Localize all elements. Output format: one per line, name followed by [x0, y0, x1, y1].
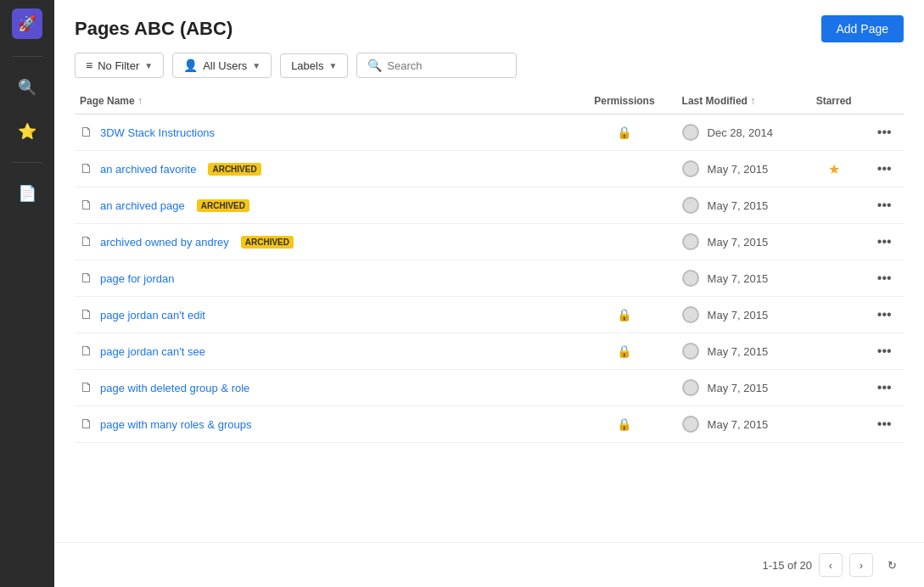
- permissions-cell: 🔒: [572, 115, 676, 151]
- filter-icon: ≡: [86, 59, 92, 72]
- user-circle-icon: 👤: [183, 59, 198, 72]
- table-row: 🗋 page jordan can't edit 🔒 May 7, 2015 •…: [75, 297, 904, 333]
- avatar: [682, 379, 699, 396]
- users-filter-label: All Users: [203, 59, 247, 72]
- sidebar-item-starred[interactable]: ⭐: [14, 118, 41, 145]
- lock-icon: 🔒: [577, 417, 671, 431]
- starred-cell: [799, 115, 869, 151]
- starred-cell: [799, 187, 869, 224]
- pagination-refresh-button[interactable]: ↻: [880, 553, 904, 577]
- search-input[interactable]: [387, 59, 506, 72]
- row-actions-button[interactable]: •••: [874, 415, 895, 433]
- page-link[interactable]: page with many roles & groups: [100, 418, 251, 431]
- row-actions-button[interactable]: •••: [874, 123, 895, 142]
- actions-cell: •••: [869, 333, 904, 370]
- page-link[interactable]: page for jordan: [100, 272, 174, 285]
- page-doc-icon: 🗋: [80, 271, 93, 286]
- table-row: 🗋 page with deleted group & role May 7, …: [75, 370, 904, 406]
- modified-cell: Dec 28, 2014: [677, 115, 799, 151]
- toolbar: ≡ No Filter ▼ 👤 All Users ▼ Labels ▼ 🔍: [54, 53, 924, 88]
- page-header: Pages ABC (ABC) Add Page: [54, 0, 924, 53]
- pagination-prev-button[interactable]: ‹: [819, 553, 843, 577]
- starred-cell: [799, 224, 869, 260]
- modified-cell: May 7, 2015: [677, 406, 799, 443]
- modified-cell: May 7, 2015: [677, 187, 799, 224]
- permissions-cell: [572, 187, 676, 224]
- page-link[interactable]: archived owned by andrey: [100, 236, 229, 249]
- sidebar-item-search[interactable]: 🔍: [14, 74, 41, 101]
- modified-date: May 7, 2015: [708, 163, 769, 176]
- modified-cell: May 7, 2015: [677, 260, 799, 297]
- page-doc-icon: 🗋: [80, 125, 93, 140]
- users-filter-button[interactable]: 👤 All Users ▼: [172, 53, 272, 78]
- avatar: [682, 233, 699, 250]
- modified-cell: May 7, 2015: [677, 370, 799, 406]
- pagination-next-button[interactable]: ›: [849, 553, 873, 577]
- table-row: 🗋 an archived page ARCHIVED May 7, 2015 …: [75, 187, 904, 224]
- page-doc-icon: 🗋: [80, 161, 93, 176]
- row-actions-button[interactable]: •••: [874, 269, 895, 288]
- modified-date: May 7, 2015: [708, 236, 769, 249]
- page-doc-icon: 🗋: [80, 416, 93, 432]
- row-actions-button[interactable]: •••: [874, 305, 895, 324]
- app-logo[interactable]: 🚀: [12, 8, 42, 39]
- modified-date: May 7, 2015: [708, 382, 769, 394]
- row-actions-button[interactable]: •••: [874, 342, 895, 361]
- page-link[interactable]: page jordan can't see: [100, 345, 205, 358]
- table-row: 🗋 page with many roles & groups 🔒 May 7,…: [75, 406, 904, 443]
- modified-cell: May 7, 2015: [677, 224, 799, 260]
- starred-cell: [799, 370, 869, 406]
- labels-filter-label: Labels: [291, 59, 323, 72]
- modified-cell: May 7, 2015: [677, 333, 799, 370]
- users-chevron-icon: ▼: [252, 61, 260, 70]
- row-actions-button[interactable]: •••: [874, 196, 895, 215]
- modified-date: May 7, 2015: [708, 345, 769, 358]
- archived-badge: ARCHIVED: [241, 236, 294, 249]
- page-doc-icon: 🗋: [80, 198, 93, 213]
- row-actions-button[interactable]: •••: [874, 378, 895, 397]
- starred-cell: [799, 406, 869, 443]
- col-permissions: Permissions: [572, 88, 676, 115]
- modified-date: May 7, 2015: [708, 199, 769, 212]
- logo-icon: 🚀: [18, 14, 36, 33]
- modified-date: Dec 28, 2014: [708, 126, 773, 139]
- sidebar: 🚀 🔍 ⭐ 📄: [0, 0, 54, 587]
- permissions-cell: [572, 224, 676, 260]
- permissions-cell: 🔒: [572, 297, 676, 333]
- permissions-cell: [572, 260, 676, 297]
- starred-cell: [799, 297, 869, 333]
- sidebar-divider-2: [12, 162, 42, 163]
- page-link[interactable]: page with deleted group & role: [100, 382, 249, 394]
- add-page-button[interactable]: Add Page: [821, 15, 904, 42]
- avatar: [682, 270, 699, 287]
- labels-filter-button[interactable]: Labels ▼: [280, 53, 348, 78]
- filter-chevron-icon: ▼: [144, 61, 153, 70]
- archived-badge: ARCHIVED: [208, 163, 260, 176]
- row-actions-button[interactable]: •••: [874, 159, 895, 178]
- actions-cell: •••: [869, 370, 904, 406]
- main-content: Pages ABC (ABC) Add Page ≡ No Filter ▼ 👤…: [54, 0, 924, 587]
- archived-badge: ARCHIVED: [197, 199, 249, 212]
- col-page-name: Page Name ↑: [75, 88, 572, 115]
- page-title: Pages ABC (ABC): [75, 18, 232, 40]
- sidebar-item-pages[interactable]: 📄: [14, 180, 41, 207]
- permissions-cell: [572, 151, 676, 187]
- avatar: [682, 306, 699, 323]
- sidebar-divider: [12, 56, 42, 57]
- starred-icon[interactable]: ★: [828, 162, 840, 176]
- page-doc-icon: 🗋: [80, 344, 93, 359]
- filter-button[interactable]: ≡ No Filter ▼: [75, 53, 164, 78]
- page-link[interactable]: 3DW Stack Instructions: [100, 126, 215, 139]
- page-link[interactable]: page jordan can't edit: [100, 309, 205, 321]
- avatar: [682, 416, 699, 433]
- page-link[interactable]: an archived favorite: [100, 163, 196, 176]
- page-doc-icon: 🗋: [80, 380, 93, 395]
- row-actions-button[interactable]: •••: [874, 232, 895, 251]
- actions-cell: •••: [869, 151, 904, 187]
- avatar: [682, 343, 699, 360]
- actions-cell: •••: [869, 297, 904, 333]
- actions-cell: •••: [869, 115, 904, 151]
- lock-icon: 🔒: [577, 126, 671, 139]
- actions-cell: •••: [869, 260, 904, 297]
- page-link[interactable]: an archived page: [100, 199, 185, 212]
